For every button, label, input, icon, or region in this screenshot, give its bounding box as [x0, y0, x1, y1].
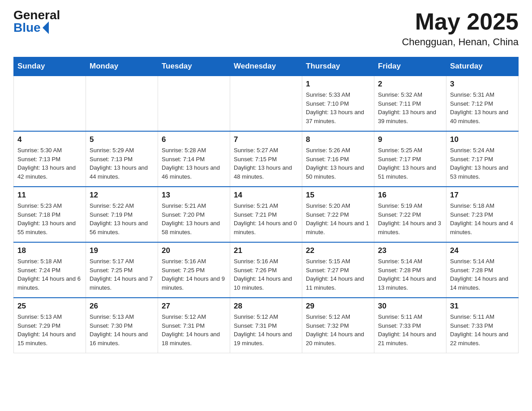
day-number: 2 [378, 80, 442, 89]
day-info: Sunrise: 5:18 AM Sunset: 7:23 PM Dayligh… [450, 201, 515, 236]
day-info: Sunrise: 5:14 AM Sunset: 7:28 PM Dayligh… [378, 257, 442, 292]
day-number: 29 [306, 302, 370, 311]
day-info: Sunrise: 5:17 AM Sunset: 7:25 PM Dayligh… [90, 257, 154, 292]
day-info: Sunrise: 5:12 AM Sunset: 7:31 PM Dayligh… [162, 313, 226, 347]
calendar-cell: 22Sunrise: 5:15 AM Sunset: 7:27 PM Dayli… [302, 242, 374, 298]
page-header: General Blue May 2025 Chengguan, Henan, … [13, 9, 519, 48]
day-info: Sunrise: 5:27 AM Sunset: 7:15 PM Dayligh… [234, 146, 298, 181]
day-info: Sunrise: 5:24 AM Sunset: 7:17 PM Dayligh… [450, 146, 515, 181]
day-number: 20 [162, 246, 226, 255]
calendar-cell: 21Sunrise: 5:16 AM Sunset: 7:26 PM Dayli… [230, 242, 302, 298]
day-number: 22 [306, 246, 370, 255]
calendar-week-row: 18Sunrise: 5:18 AM Sunset: 7:24 PM Dayli… [14, 242, 519, 298]
calendar-cell: 8Sunrise: 5:26 AM Sunset: 7:16 PM Daylig… [302, 131, 374, 187]
day-number: 14 [234, 191, 298, 200]
calendar-cell: 27Sunrise: 5:12 AM Sunset: 7:31 PM Dayli… [158, 298, 230, 353]
day-info: Sunrise: 5:26 AM Sunset: 7:16 PM Dayligh… [306, 146, 370, 181]
day-info: Sunrise: 5:21 AM Sunset: 7:21 PM Dayligh… [234, 201, 298, 236]
day-info: Sunrise: 5:25 AM Sunset: 7:17 PM Dayligh… [378, 146, 442, 181]
calendar-header-thursday: Thursday [302, 57, 374, 76]
day-number: 17 [450, 191, 515, 200]
logo: General Blue [13, 9, 60, 34]
calendar-cell: 4Sunrise: 5:30 AM Sunset: 7:13 PM Daylig… [14, 131, 86, 187]
calendar-cell: 16Sunrise: 5:19 AM Sunset: 7:22 PM Dayli… [374, 187, 446, 242]
calendar-cell: 10Sunrise: 5:24 AM Sunset: 7:17 PM Dayli… [446, 131, 519, 187]
day-info: Sunrise: 5:20 AM Sunset: 7:22 PM Dayligh… [306, 201, 370, 236]
calendar-cell: 11Sunrise: 5:23 AM Sunset: 7:18 PM Dayli… [14, 187, 86, 242]
day-number: 28 [234, 302, 298, 311]
day-info: Sunrise: 5:16 AM Sunset: 7:26 PM Dayligh… [234, 257, 298, 292]
day-info: Sunrise: 5:28 AM Sunset: 7:14 PM Dayligh… [162, 146, 226, 181]
day-number: 16 [378, 191, 442, 200]
day-info: Sunrise: 5:31 AM Sunset: 7:12 PM Dayligh… [450, 90, 515, 125]
day-number: 25 [17, 302, 82, 311]
calendar-cell: 9Sunrise: 5:25 AM Sunset: 7:17 PM Daylig… [374, 131, 446, 187]
calendar-cell: 14Sunrise: 5:21 AM Sunset: 7:21 PM Dayli… [230, 187, 302, 242]
day-number: 19 [90, 246, 154, 255]
day-info: Sunrise: 5:11 AM Sunset: 7:33 PM Dayligh… [378, 313, 442, 347]
calendar-header-row: SundayMondayTuesdayWednesdayThursdayFrid… [14, 57, 519, 76]
calendar-header-sunday: Sunday [14, 57, 86, 76]
calendar-cell: 6Sunrise: 5:28 AM Sunset: 7:14 PM Daylig… [158, 131, 230, 187]
day-info: Sunrise: 5:16 AM Sunset: 7:25 PM Dayligh… [162, 257, 226, 292]
calendar-week-row: 11Sunrise: 5:23 AM Sunset: 7:18 PM Dayli… [14, 187, 519, 242]
day-number: 26 [90, 302, 154, 311]
calendar-cell [158, 76, 230, 131]
logo-general-text: General [13, 9, 60, 21]
calendar-cell: 3Sunrise: 5:31 AM Sunset: 7:12 PM Daylig… [446, 76, 519, 131]
calendar-cell: 12Sunrise: 5:22 AM Sunset: 7:19 PM Dayli… [86, 187, 158, 242]
day-info: Sunrise: 5:12 AM Sunset: 7:32 PM Dayligh… [306, 313, 370, 347]
day-info: Sunrise: 5:11 AM Sunset: 7:33 PM Dayligh… [450, 313, 515, 347]
day-number: 18 [17, 246, 82, 255]
day-number: 27 [162, 302, 226, 311]
calendar-cell: 26Sunrise: 5:13 AM Sunset: 7:30 PM Dayli… [86, 298, 158, 353]
calendar-cell: 7Sunrise: 5:27 AM Sunset: 7:15 PM Daylig… [230, 131, 302, 187]
day-info: Sunrise: 5:14 AM Sunset: 7:28 PM Dayligh… [450, 257, 515, 292]
day-number: 10 [450, 135, 515, 144]
calendar-cell: 28Sunrise: 5:12 AM Sunset: 7:31 PM Dayli… [230, 298, 302, 353]
day-number: 3 [450, 80, 515, 89]
day-info: Sunrise: 5:19 AM Sunset: 7:22 PM Dayligh… [378, 201, 442, 236]
month-title: May 2025 [402, 9, 519, 34]
day-info: Sunrise: 5:12 AM Sunset: 7:31 PM Dayligh… [234, 313, 298, 347]
day-info: Sunrise: 5:23 AM Sunset: 7:18 PM Dayligh… [17, 201, 82, 236]
logo-blue-text: Blue [13, 21, 41, 34]
day-number: 5 [90, 135, 154, 144]
day-info: Sunrise: 5:29 AM Sunset: 7:13 PM Dayligh… [90, 146, 154, 181]
calendar-cell: 29Sunrise: 5:12 AM Sunset: 7:32 PM Dayli… [302, 298, 374, 353]
calendar-cell: 31Sunrise: 5:11 AM Sunset: 7:33 PM Dayli… [446, 298, 519, 353]
day-number: 24 [450, 246, 515, 255]
title-block: May 2025 Chengguan, Henan, China [402, 9, 519, 48]
calendar-week-row: 25Sunrise: 5:13 AM Sunset: 7:29 PM Dayli… [14, 298, 519, 353]
calendar-week-row: 1Sunrise: 5:33 AM Sunset: 7:10 PM Daylig… [14, 76, 519, 131]
calendar-cell: 18Sunrise: 5:18 AM Sunset: 7:24 PM Dayli… [14, 242, 86, 298]
calendar-cell: 13Sunrise: 5:21 AM Sunset: 7:20 PM Dayli… [158, 187, 230, 242]
calendar-cell: 19Sunrise: 5:17 AM Sunset: 7:25 PM Dayli… [86, 242, 158, 298]
calendar-table: SundayMondayTuesdayWednesdayThursdayFrid… [13, 57, 519, 353]
calendar-cell: 15Sunrise: 5:20 AM Sunset: 7:22 PM Dayli… [302, 187, 374, 242]
calendar-cell: 1Sunrise: 5:33 AM Sunset: 7:10 PM Daylig… [302, 76, 374, 131]
calendar-cell [230, 76, 302, 131]
calendar-cell: 2Sunrise: 5:32 AM Sunset: 7:11 PM Daylig… [374, 76, 446, 131]
logo-triangle-icon [43, 21, 49, 34]
calendar-cell: 17Sunrise: 5:18 AM Sunset: 7:23 PM Dayli… [446, 187, 519, 242]
day-info: Sunrise: 5:33 AM Sunset: 7:10 PM Dayligh… [306, 90, 370, 125]
day-number: 11 [17, 191, 82, 200]
day-info: Sunrise: 5:15 AM Sunset: 7:27 PM Dayligh… [306, 257, 370, 292]
day-number: 31 [450, 302, 515, 311]
calendar-week-row: 4Sunrise: 5:30 AM Sunset: 7:13 PM Daylig… [14, 131, 519, 187]
day-number: 15 [306, 191, 370, 200]
day-info: Sunrise: 5:18 AM Sunset: 7:24 PM Dayligh… [17, 257, 82, 292]
calendar-header-friday: Friday [374, 57, 446, 76]
location: Chengguan, Henan, China [402, 36, 519, 48]
day-number: 21 [234, 246, 298, 255]
day-number: 1 [306, 80, 370, 89]
calendar-cell: 30Sunrise: 5:11 AM Sunset: 7:33 PM Dayli… [374, 298, 446, 353]
day-number: 12 [90, 191, 154, 200]
day-number: 4 [17, 135, 82, 144]
logo-blue-row: Blue [13, 21, 49, 34]
calendar-header-monday: Monday [86, 57, 158, 76]
day-info: Sunrise: 5:32 AM Sunset: 7:11 PM Dayligh… [378, 90, 442, 125]
day-info: Sunrise: 5:13 AM Sunset: 7:30 PM Dayligh… [90, 313, 154, 347]
day-number: 13 [162, 191, 226, 200]
